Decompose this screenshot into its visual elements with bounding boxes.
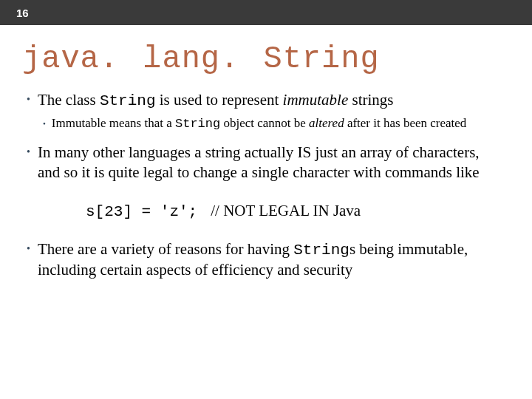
slide-title: java. lang. String [0,25,532,90]
bullet-dot-icon: • [43,115,46,132]
bullet-dot-icon: • [27,143,30,162]
code-fragment: s[23] = 'z'; [86,203,197,220]
bullet-item: • The class String is used to represent … [27,90,502,111]
text-fragment: after it has been created [344,116,467,130]
bullet-text: There are a variety of reasons for havin… [38,239,502,280]
text-fragment: object cannot be [220,116,309,130]
code-example: s[23] = 'z';// NOT LEGAL IN Java [86,202,502,220]
italic-fragment: immutable [283,91,349,109]
bullet-text: Immutable means that a String object can… [52,115,466,132]
text-fragment: strings [348,91,393,109]
bullet-text: The class String is used to represent im… [38,90,394,111]
bullet-item: • In many other languages a string actua… [27,143,502,183]
code-fragment: String [100,92,156,109]
bullet-dot-icon: • [27,90,30,109]
header-bar: 16 [0,0,532,25]
sub-bullet-item: • Immutable means that a String object c… [43,115,502,132]
code-comment: // NOT LEGAL IN Java [211,202,361,219]
text-fragment: The class [38,91,100,109]
bullet-text: In many other languages a string actuall… [38,143,502,183]
slide: { "header": { "slide_number": "16" }, "t… [0,0,532,399]
slide-number: 16 [16,7,29,19]
slide-content: • The class String is used to represent … [0,90,532,280]
bullet-item: • There are a variety of reasons for hav… [27,239,502,280]
text-fragment: There are a variety of reasons for havin… [38,240,293,258]
code-fragment: String [293,242,349,259]
text-fragment: is used to represent [156,91,283,109]
code-fragment: String [175,117,220,131]
text-fragment: Immutable means that a [52,116,175,130]
bullet-dot-icon: • [27,239,30,259]
italic-fragment: altered [309,116,344,130]
